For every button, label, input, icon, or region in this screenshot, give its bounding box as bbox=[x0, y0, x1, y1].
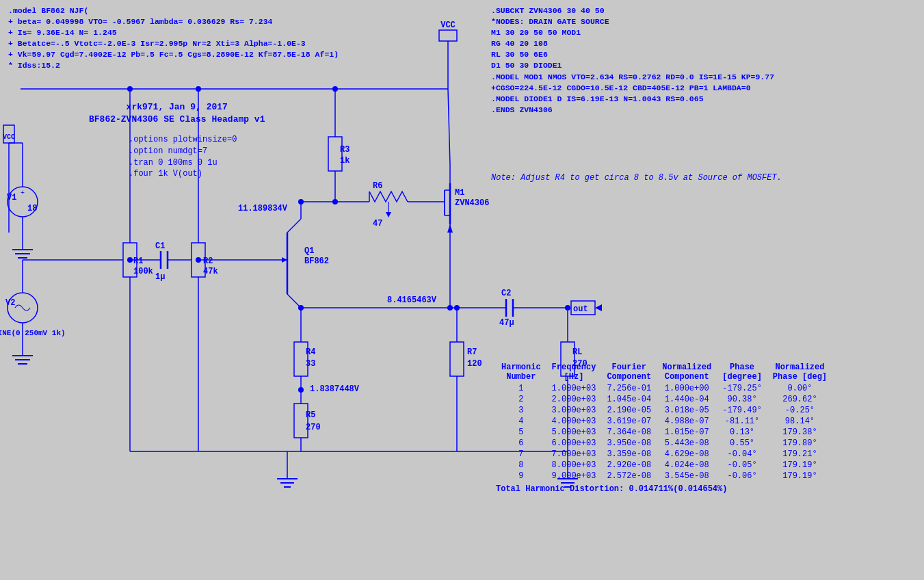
table-row: 22.000e+031.045e-041.440e-0490.38°269.62… bbox=[496, 394, 832, 405]
voltage-1v: 1.8387448V bbox=[310, 384, 360, 394]
vcc-label-left: VCC bbox=[3, 133, 15, 141]
table-cell: 2.000e+03 bbox=[546, 394, 602, 405]
junction-11v bbox=[298, 199, 304, 205]
table-row: 11.000e+037.256e-011.000e+00-179.25°0.00… bbox=[496, 383, 832, 394]
v2-sine bbox=[15, 305, 30, 311]
table-cell: -0.25° bbox=[767, 405, 832, 416]
q1-drain-wire bbox=[287, 219, 301, 233]
table-cell: 179.19° bbox=[767, 460, 832, 471]
table-cell: 269.62° bbox=[767, 394, 832, 405]
q1-label: Q1 bbox=[304, 246, 314, 256]
q1-source-wire bbox=[287, 294, 301, 308]
vcc-label-top: VCC bbox=[440, 21, 456, 30]
table-cell: 1.000e+03 bbox=[546, 383, 602, 394]
table-cell: 4 bbox=[496, 416, 546, 427]
table-cell: 4.988e-07 bbox=[657, 416, 717, 427]
m1-value: ZVN4306 bbox=[455, 198, 489, 208]
r5-value: 270 bbox=[306, 423, 321, 432]
m1-arrow bbox=[447, 224, 453, 233]
table-cell: 0.00° bbox=[767, 383, 832, 394]
table-cell: 7 bbox=[496, 449, 546, 460]
r1-label: R1 bbox=[133, 256, 143, 266]
harmonic-table: HarmonicNumber Frequency[Hz] FourierComp… bbox=[496, 361, 832, 482]
rl-label: RL bbox=[572, 347, 582, 357]
col-header-fourier: FourierComponent bbox=[601, 361, 657, 383]
table-cell: 2.920e-08 bbox=[601, 460, 657, 471]
col-header-normalized: NormalizedComponent bbox=[657, 361, 717, 383]
junction-r3-top bbox=[332, 86, 338, 92]
table-cell: -0.05° bbox=[717, 460, 767, 471]
table-cell: 5 bbox=[496, 427, 546, 438]
m1-drain-to-rail bbox=[448, 89, 450, 164]
table-cell: 3.950e-08 bbox=[601, 438, 657, 449]
r3-label: R3 bbox=[340, 145, 349, 155]
table-cell: 8 bbox=[496, 460, 546, 471]
r2-value: 47k bbox=[203, 267, 218, 276]
table-cell: 7.256e-01 bbox=[601, 383, 657, 394]
c1-value: 1µ bbox=[155, 272, 165, 282]
table-cell: 0.55° bbox=[717, 438, 767, 449]
junction-c1-r1 bbox=[127, 257, 133, 263]
table-cell: 179.21° bbox=[767, 449, 832, 460]
table-cell: 1.440e-04 bbox=[657, 394, 717, 405]
out-arrow bbox=[595, 304, 602, 311]
table-cell: -179.49° bbox=[717, 405, 767, 416]
junction-r1-top bbox=[127, 86, 133, 92]
table-row: 44.000e+033.619e-074.988e-07-81.11°98.14… bbox=[496, 416, 832, 427]
m1-label: M1 bbox=[455, 188, 464, 198]
table-cell: 90.38° bbox=[717, 394, 767, 405]
col-header-norm-phase: NormalizedPhase [deg] bbox=[767, 361, 832, 383]
table-cell: 2.190e-05 bbox=[601, 405, 657, 416]
junction-r7-top bbox=[454, 305, 460, 311]
table-cell: 7.000e+03 bbox=[546, 449, 602, 460]
r4-label: R4 bbox=[306, 347, 315, 357]
r3-value: 1k bbox=[340, 156, 349, 166]
table-row: 33.000e+032.190e-053.018e-05-179.49°-0.2… bbox=[496, 405, 832, 416]
table-cell: 179.38° bbox=[767, 427, 832, 438]
table-cell: 4.000e+03 bbox=[546, 416, 602, 427]
table-cell: 9.000e+03 bbox=[546, 471, 602, 482]
junction-r2-top bbox=[196, 86, 201, 92]
table-cell: 1.000e+00 bbox=[657, 383, 717, 394]
r1-value: 100k bbox=[133, 267, 153, 276]
table-cell: 2.572e-08 bbox=[601, 471, 657, 482]
table-cell: 98.14° bbox=[767, 416, 832, 427]
table-cell: 179.19° bbox=[767, 471, 832, 482]
r6-label: R6 bbox=[373, 181, 382, 191]
table-cell: 6.000e+03 bbox=[546, 438, 602, 449]
r6-wiper-arrow bbox=[386, 212, 391, 218]
r2-label: R2 bbox=[203, 256, 213, 266]
v1-label: V1 bbox=[7, 193, 16, 202]
r7-label: R7 bbox=[467, 347, 477, 357]
junction-drain-r3-r6 bbox=[332, 199, 338, 205]
v1-plus: + bbox=[21, 189, 25, 197]
table-cell: 3.359e-08 bbox=[601, 449, 657, 460]
c2-value: 47µ bbox=[499, 318, 514, 328]
voltage-8v: 8.4165463V bbox=[387, 295, 437, 305]
thd-text: Total Harmonic Distortion: 0.014711%(0.0… bbox=[496, 484, 832, 494]
table-cell: -179.25° bbox=[717, 383, 767, 394]
table-cell: 2 bbox=[496, 394, 546, 405]
c2-label: C2 bbox=[501, 289, 511, 298]
table-cell: 1.045e-04 bbox=[601, 394, 657, 405]
out-label: out bbox=[573, 304, 588, 314]
table-cell: 1.015e-07 bbox=[657, 427, 717, 438]
table-cell: 6 bbox=[496, 438, 546, 449]
table-cell: 1 bbox=[496, 383, 546, 394]
r5-label: R5 bbox=[306, 410, 315, 420]
r5-symbol bbox=[294, 404, 308, 438]
main-container: .model BF862 NJF( + beta= 0.049998 VTO= … bbox=[0, 0, 924, 580]
vcc-box-top bbox=[439, 30, 457, 41]
c1-label: C1 bbox=[155, 241, 165, 251]
voltage-11v: 11.189834V bbox=[238, 204, 288, 213]
table-cell: 0.13° bbox=[717, 427, 767, 438]
junction-1v bbox=[298, 387, 304, 393]
table-cell: 5.000e+03 bbox=[546, 427, 602, 438]
r6-value: 47 bbox=[373, 219, 382, 228]
table-cell: 3.000e+03 bbox=[546, 405, 602, 416]
table-cell: 5.443e-08 bbox=[657, 438, 717, 449]
col-header-phase: Phase[degree] bbox=[717, 361, 767, 383]
table-cell: 7.364e-08 bbox=[601, 427, 657, 438]
col-header-harmonic: HarmonicNumber bbox=[496, 361, 546, 383]
table-cell: 3 bbox=[496, 405, 546, 416]
